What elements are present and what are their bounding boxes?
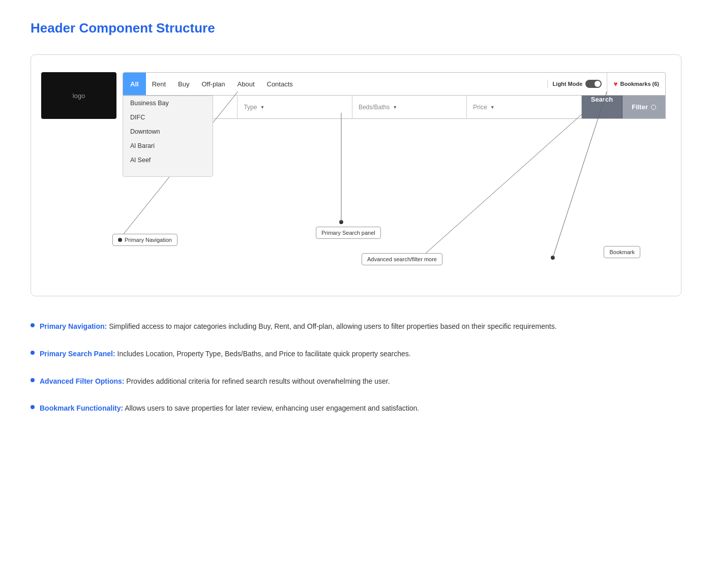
type-field[interactable]: Type ▼ [238, 96, 352, 118]
beds-baths-label: Beds/Baths [359, 104, 390, 111]
advanced-search-annotation: Advanced search/filter more [362, 253, 442, 265]
desc-item-search-panel: Primary Search Panel: Includes Location,… [31, 348, 681, 360]
nav-item-offplan[interactable]: Off-plan [196, 73, 231, 95]
price-label: Price [473, 104, 487, 111]
nav-item-rent[interactable]: Rent [146, 73, 172, 95]
svg-line-6 [415, 114, 582, 263]
dropdown-item-4[interactable]: Al Barari [123, 139, 213, 153]
svg-point-7 [551, 256, 555, 260]
bullet-bookmark [31, 405, 35, 409]
price-field[interactable]: Price ▼ [467, 96, 581, 118]
diagram-container: logo All Rent Buy Off-plan About Contact… [31, 54, 681, 296]
svg-point-3 [339, 220, 343, 224]
nav-item-all[interactable]: All [123, 73, 146, 95]
type-chevron-icon: ▼ [260, 105, 264, 110]
nav-item-buy[interactable]: Buy [172, 73, 195, 95]
bookmarks-label: Bookmarks (6) [620, 81, 659, 87]
top-nav-bar: All Rent Buy Off-plan About Contacts Lig… [123, 72, 666, 96]
description-list: Primary Navigation: Simplified access to… [31, 321, 681, 415]
dropdown-item-1[interactable]: Business Bay [123, 96, 213, 110]
filter-label: Filter [632, 103, 648, 111]
bookmark-annotation: Bookmark [604, 246, 640, 258]
bullet-search-panel [31, 351, 35, 355]
desc-text-bookmark: Bookmark Functionality: Allows users to … [40, 403, 419, 415]
beds-baths-field[interactable]: Beds/Baths ▼ [352, 96, 467, 118]
price-chevron-icon: ▼ [490, 105, 495, 110]
desc-body-primary-nav: Simplified access to major categories in… [109, 322, 556, 330]
nav-item-contacts[interactable]: Contacts [261, 73, 299, 95]
bullet-primary-nav [31, 323, 35, 327]
desc-text-advanced-filter: Advanced Filter Options: Provides additi… [40, 376, 390, 388]
dropdown-item-3[interactable]: Downtown [123, 125, 213, 139]
desc-text-search-panel: Primary Search Panel: Includes Location,… [40, 348, 411, 360]
dropdown-item-2[interactable]: DIFC [123, 110, 213, 125]
desc-body-search-panel: Includes Location, Property Type, Beds/B… [117, 350, 411, 358]
light-mode-toggle[interactable]: Light Mode [547, 80, 607, 88]
desc-item-primary-nav: Primary Navigation: Simplified access to… [31, 321, 681, 333]
dropdown-item-5[interactable]: Al Seef [123, 153, 213, 167]
heart-icon: ♥ [613, 80, 617, 88]
dropdown-fade [123, 167, 213, 176]
search-button[interactable]: Search [582, 96, 622, 118]
filter-button[interactable]: Filter [622, 96, 665, 118]
page-title: Header Component Structure [31, 20, 681, 36]
filter-icon [651, 105, 656, 110]
beds-chevron-icon: ▼ [393, 105, 397, 110]
primary-nav-annotation: Primary Navigation [112, 234, 177, 246]
primary-search-annotation: Primary Search panel [316, 227, 381, 239]
bullet-advanced-filter [31, 378, 35, 382]
desc-item-bookmark: Bookmark Functionality: Allows users to … [31, 403, 681, 415]
desc-item-advanced-filter: Advanced Filter Options: Provides additi… [31, 376, 681, 388]
desc-body-advanced-filter: Provides additional criteria for refined… [126, 377, 390, 385]
desc-body-bookmark: Allows users to save properties for late… [125, 404, 419, 412]
toggle-switch[interactable] [585, 80, 602, 88]
desc-text-primary-nav: Primary Navigation: Simplified access to… [40, 321, 557, 333]
bookmarks-button[interactable]: ♥ Bookmarks (6) [607, 73, 665, 95]
nav-item-about[interactable]: About [231, 73, 261, 95]
header-mockup: logo All Rent Buy Off-plan About Contact… [123, 72, 666, 119]
light-mode-label: Light Mode [553, 81, 583, 87]
type-label: Type [244, 104, 257, 111]
location-dropdown: Business Bay DIFC Downtown Al Barari Al … [123, 96, 213, 177]
logo: logo [41, 72, 116, 119]
